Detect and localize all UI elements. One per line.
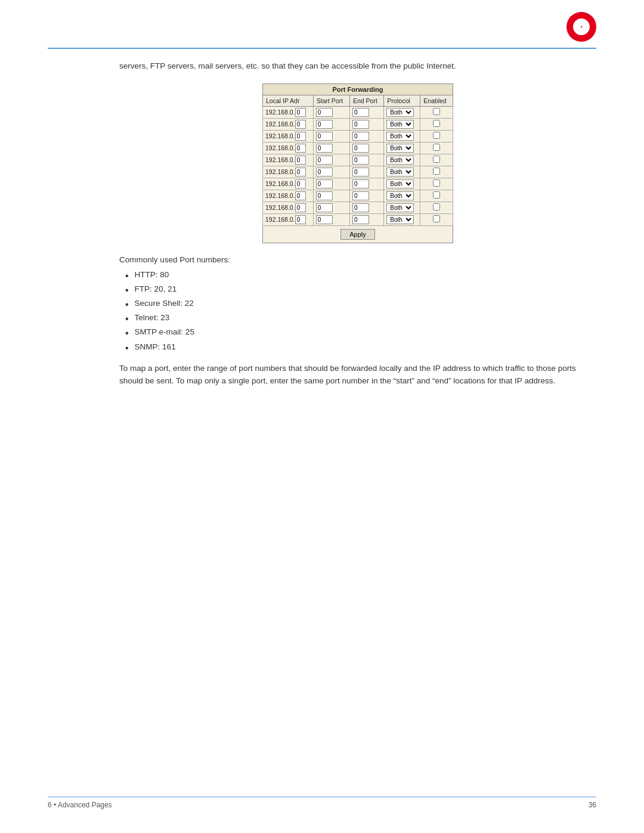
end-port-input[interactable] bbox=[352, 191, 369, 200]
ip-cell: 192.168.0. bbox=[263, 166, 314, 178]
end-port-cell bbox=[349, 130, 383, 142]
enabled-checkbox[interactable] bbox=[433, 108, 440, 115]
enabled-checkbox[interactable] bbox=[433, 144, 440, 151]
protocol-cell: BothTCPUDP bbox=[384, 118, 420, 130]
enabled-cell bbox=[420, 178, 453, 190]
ip-last-input[interactable] bbox=[295, 191, 306, 200]
start-port-input[interactable] bbox=[316, 179, 333, 188]
table-row: 192.168.0.BothTCPUDP bbox=[263, 130, 453, 142]
ip-last-input[interactable] bbox=[295, 108, 306, 117]
enabled-checkbox[interactable] bbox=[433, 132, 440, 139]
table-row: 192.168.0.BothTCPUDP bbox=[263, 118, 453, 130]
start-port-cell bbox=[313, 178, 349, 190]
table-caption: Port Forwarding bbox=[262, 83, 453, 95]
enabled-checkbox[interactable] bbox=[433, 191, 440, 199]
start-port-cell bbox=[313, 190, 349, 202]
protocol-select[interactable]: BothTCPUDP bbox=[386, 179, 414, 188]
ip-prefix: 192.168.0. bbox=[265, 204, 295, 211]
ip-cell: 192.168.0. bbox=[263, 142, 314, 154]
enabled-cell bbox=[420, 130, 453, 142]
enabled-checkbox[interactable] bbox=[433, 215, 440, 222]
protocol-select[interactable]: BothTCPUDP bbox=[386, 191, 414, 200]
col-start-port: Start Port bbox=[313, 95, 349, 106]
ip-cell: 192.168.0. bbox=[263, 118, 314, 130]
enabled-checkbox[interactable] bbox=[433, 179, 440, 187]
enabled-checkbox[interactable] bbox=[433, 120, 440, 127]
col-enabled: Enabled bbox=[420, 95, 453, 106]
start-port-input[interactable] bbox=[316, 108, 333, 117]
end-port-cell bbox=[349, 118, 383, 130]
commonly-used-title: Commonly used Port numbers: bbox=[119, 255, 596, 264]
start-port-input[interactable] bbox=[316, 156, 333, 165]
enabled-cell bbox=[420, 190, 453, 202]
logo-container bbox=[566, 12, 596, 42]
start-port-cell bbox=[313, 202, 349, 213]
start-port-cell bbox=[313, 213, 349, 225]
ip-prefix: 192.168.0. bbox=[265, 156, 295, 163]
protocol-cell: BothTCPUDP bbox=[384, 190, 420, 202]
ip-last-input[interactable] bbox=[295, 179, 306, 188]
enabled-checkbox[interactable] bbox=[433, 168, 440, 175]
top-border bbox=[48, 48, 596, 49]
end-port-input[interactable] bbox=[352, 156, 369, 165]
table-row: 192.168.0.BothTCPUDP bbox=[263, 213, 453, 225]
start-port-cell bbox=[313, 166, 349, 178]
end-port-input[interactable] bbox=[352, 120, 369, 129]
enabled-checkbox[interactable] bbox=[433, 156, 440, 163]
start-port-cell bbox=[313, 118, 349, 130]
end-port-cell bbox=[349, 213, 383, 225]
start-port-input[interactable] bbox=[316, 144, 333, 153]
table-row: 192.168.0.BothTCPUDP bbox=[263, 142, 453, 154]
apply-button[interactable]: Apply bbox=[340, 229, 375, 240]
ip-last-input[interactable] bbox=[295, 156, 306, 165]
protocol-select[interactable]: BothTCPUDP bbox=[386, 144, 414, 153]
protocol-cell: BothTCPUDP bbox=[384, 130, 420, 142]
start-port-input[interactable] bbox=[316, 168, 333, 176]
protocol-cell: BothTCPUDP bbox=[384, 106, 420, 118]
protocol-select[interactable]: BothTCPUDP bbox=[386, 203, 414, 212]
protocol-cell: BothTCPUDP bbox=[384, 202, 420, 213]
protocol-select[interactable]: BothTCPUDP bbox=[386, 168, 414, 176]
start-port-input[interactable] bbox=[316, 191, 333, 200]
end-port-input[interactable] bbox=[352, 168, 369, 176]
ip-last-input[interactable] bbox=[295, 203, 306, 212]
protocol-select[interactable]: BothTCPUDP bbox=[386, 215, 414, 224]
start-port-cell bbox=[313, 130, 349, 142]
enabled-checkbox[interactable] bbox=[433, 203, 440, 210]
protocol-cell: BothTCPUDP bbox=[384, 166, 420, 178]
protocol-select[interactable]: BothTCPUDP bbox=[386, 120, 414, 129]
protocol-select[interactable]: BothTCPUDP bbox=[386, 156, 414, 165]
footer: 6 • Advanced Pages 36 bbox=[48, 797, 596, 809]
ip-last-input[interactable] bbox=[295, 132, 306, 141]
list-item: SMTP e-mail: 25 bbox=[125, 327, 596, 339]
protocol-select[interactable]: BothTCPUDP bbox=[386, 108, 414, 117]
start-port-input[interactable] bbox=[316, 132, 333, 141]
ip-prefix: 192.168.0. bbox=[265, 180, 295, 187]
end-port-input[interactable] bbox=[352, 215, 369, 224]
end-port-input[interactable] bbox=[352, 108, 369, 117]
end-port-cell bbox=[349, 154, 383, 166]
ip-prefix: 192.168.0. bbox=[265, 120, 295, 128]
start-port-input[interactable] bbox=[316, 215, 333, 224]
end-port-input[interactable] bbox=[352, 179, 369, 188]
end-port-input[interactable] bbox=[352, 132, 369, 141]
ip-last-input[interactable] bbox=[295, 144, 306, 153]
ip-cell: 192.168.0. bbox=[263, 130, 314, 142]
end-port-input[interactable] bbox=[352, 144, 369, 153]
list-item: FTP: 20, 21 bbox=[125, 284, 596, 296]
end-port-input[interactable] bbox=[352, 203, 369, 212]
port-forwarding-table-wrapper: Port Forwarding Local IP Adr Start Port … bbox=[262, 83, 453, 243]
protocol-cell: BothTCPUDP bbox=[384, 178, 420, 190]
list-item: HTTP: 80 bbox=[125, 270, 596, 281]
ip-last-input[interactable] bbox=[295, 168, 306, 176]
list-item: SNMP: 161 bbox=[125, 342, 596, 354]
ip-last-input[interactable] bbox=[295, 215, 306, 224]
main-content: servers, FTP servers, mail servers, etc.… bbox=[119, 60, 596, 388]
start-port-input[interactable] bbox=[316, 203, 333, 212]
enabled-cell bbox=[420, 202, 453, 213]
col-end-port: End Port bbox=[349, 95, 383, 106]
start-port-input[interactable] bbox=[316, 120, 333, 129]
ip-cell: 192.168.0. bbox=[263, 154, 314, 166]
protocol-select[interactable]: BothTCPUDP bbox=[386, 132, 414, 141]
ip-last-input[interactable] bbox=[295, 120, 306, 129]
